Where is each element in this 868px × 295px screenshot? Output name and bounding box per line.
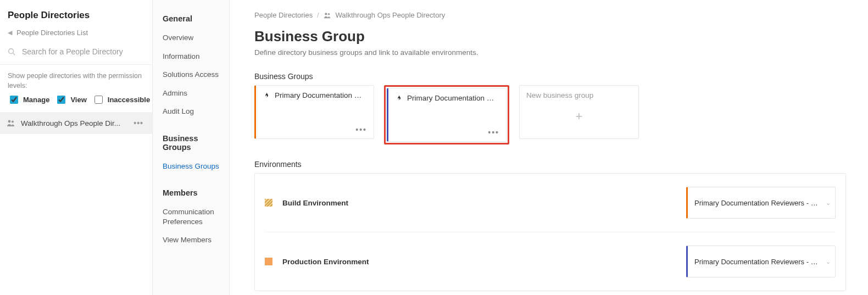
page-subtitle: Define directory business groups and lin… bbox=[254, 48, 846, 57]
breadcrumb: People Directories / Walkthrough Ops Peo… bbox=[254, 11, 846, 19]
filter-row: Manage View Inaccessible bbox=[0, 94, 152, 112]
checkbox-manage-label: Manage bbox=[23, 96, 49, 104]
business-group-card[interactable]: Primary Documentation Re... ••• bbox=[387, 88, 507, 142]
people-icon bbox=[7, 119, 15, 127]
directory-more-icon[interactable]: ••• bbox=[131, 118, 146, 129]
nav-item-information[interactable]: Information bbox=[153, 47, 229, 66]
plus-icon: + bbox=[526, 99, 632, 133]
new-business-group-card[interactable]: New business group + bbox=[519, 85, 639, 139]
breadcrumb-current: Walkthrough Ops People Directory bbox=[336, 11, 446, 19]
breadcrumb-root[interactable]: People Directories bbox=[254, 11, 313, 19]
svg-point-7 bbox=[398, 98, 399, 99]
svg-point-0 bbox=[9, 49, 14, 54]
nav-section-general: General bbox=[153, 12, 229, 29]
nav-item-communication-preferences[interactable]: Communication Preferences bbox=[153, 203, 229, 231]
environment-name: Production Environment bbox=[282, 258, 676, 266]
directory-row-selected[interactable]: Walkthrough Ops People Dir... ••• bbox=[0, 112, 152, 134]
main-content: People Directories / Walkthrough Ops Peo… bbox=[230, 0, 868, 295]
back-to-list-link[interactable]: ◀ People Directories List bbox=[0, 24, 152, 41]
environment-swatch-icon bbox=[265, 199, 272, 207]
flame-icon bbox=[395, 94, 403, 102]
environment-select[interactable]: Primary Documentation Reviewers - BUILD … bbox=[686, 187, 836, 219]
left-panel: People Directories ◀ People Directories … bbox=[0, 0, 153, 295]
new-business-group-label: New business group bbox=[526, 91, 632, 99]
nav-item-view-members[interactable]: View Members bbox=[153, 231, 229, 249]
chevron-down-icon: ⌄ bbox=[826, 199, 831, 207]
nav-item-business-groups[interactable]: Business Groups bbox=[153, 157, 229, 176]
nav-item-admins[interactable]: Admins bbox=[153, 84, 229, 103]
nav-section-business-groups: Business Groups bbox=[153, 121, 229, 157]
business-group-cards: Primary Documentation Re... ••• Primary … bbox=[254, 85, 846, 144]
svg-point-2 bbox=[8, 120, 11, 123]
flame-icon bbox=[263, 92, 270, 99]
checkbox-inaccessible[interactable]: Inaccessible bbox=[92, 94, 150, 105]
svg-point-4 bbox=[325, 13, 327, 15]
nav-item-audit-log[interactable]: Audit Log bbox=[153, 102, 229, 121]
svg-line-1 bbox=[13, 53, 15, 55]
directory-name: Walkthrough Ops People Dir... bbox=[21, 119, 126, 127]
environment-name: Build Environment bbox=[282, 199, 676, 207]
nav-item-overview[interactable]: Overview bbox=[153, 29, 229, 47]
business-groups-label: Business Groups bbox=[254, 72, 846, 81]
environment-select-value: Primary Documentation Reviewers - BUILD bbox=[694, 199, 822, 207]
svg-point-5 bbox=[327, 13, 330, 15]
checkbox-inaccessible-label: Inaccessible bbox=[108, 96, 150, 104]
checkbox-manage-input[interactable] bbox=[10, 96, 18, 104]
business-group-card[interactable]: Primary Documentation Re... ••• bbox=[254, 85, 374, 139]
breadcrumb-separator-icon: / bbox=[317, 12, 319, 19]
highlighted-card: Primary Documentation Re... ••• bbox=[384, 85, 509, 144]
environment-row: Production Environment Primary Documenta… bbox=[265, 232, 836, 291]
environment-select-value: Primary Documentation Reviewers - PROD bbox=[694, 258, 822, 266]
checkbox-view-input[interactable] bbox=[57, 96, 65, 104]
card-more-icon[interactable]: ••• bbox=[355, 125, 367, 134]
nav-panel: General Overview Information Solutions A… bbox=[153, 0, 230, 295]
environment-select[interactable]: Primary Documentation Reviewers - PROD ⌄ bbox=[686, 246, 836, 277]
people-icon bbox=[324, 12, 331, 19]
environments-box: Build Environment Primary Documentation … bbox=[254, 173, 846, 291]
card-more-icon[interactable]: ••• bbox=[488, 128, 499, 137]
checkbox-inaccessible-input[interactable] bbox=[94, 96, 103, 104]
svg-point-6 bbox=[266, 95, 267, 96]
chevron-left-icon: ◀ bbox=[8, 29, 12, 36]
environments-label: Environments bbox=[254, 160, 846, 169]
search-input[interactable] bbox=[21, 47, 144, 57]
checkbox-view-label: View bbox=[70, 96, 86, 104]
nav-item-solutions-access[interactable]: Solutions Access bbox=[153, 65, 229, 84]
filter-label: Show people directories with the permiss… bbox=[0, 65, 152, 94]
nav-section-members: Members bbox=[153, 175, 229, 203]
page-title: Business Group bbox=[254, 28, 846, 45]
search-row bbox=[0, 41, 152, 65]
search-icon bbox=[8, 48, 15, 55]
checkbox-view[interactable]: View bbox=[55, 94, 86, 105]
business-group-card-label: Primary Documentation Re... bbox=[407, 94, 499, 102]
svg-point-3 bbox=[12, 121, 14, 123]
environment-row: Build Environment Primary Documentation … bbox=[265, 174, 836, 232]
left-panel-title: People Directories bbox=[0, 0, 152, 24]
business-group-card-label: Primary Documentation Re... bbox=[275, 91, 367, 99]
back-label: People Directories List bbox=[16, 29, 88, 37]
checkbox-manage[interactable]: Manage bbox=[8, 94, 49, 105]
chevron-down-icon: ⌄ bbox=[826, 258, 831, 265]
environment-swatch-icon bbox=[265, 258, 272, 265]
